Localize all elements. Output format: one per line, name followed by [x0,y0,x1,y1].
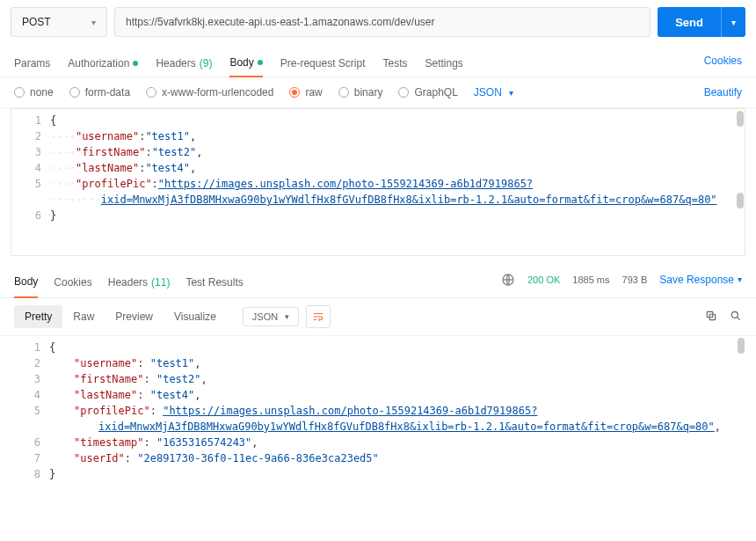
wrap-lines-button[interactable] [306,305,331,328]
cookies-link[interactable]: Cookies [704,55,742,74]
request-url-input[interactable]: https://5vafvrk8kj.execute-api.us-east-1… [114,7,651,37]
chevron-down-icon: ▾ [738,274,742,284]
copy-icon[interactable] [705,310,717,325]
globe-icon [501,273,515,287]
response-view-options: Pretty Raw Preview Visualize JSON▾ [0,298,756,336]
resp-tab-cookies[interactable]: Cookies [54,271,91,297]
dot-indicator-icon [133,61,138,66]
wrap-icon [312,311,324,323]
tab-headers[interactable]: Headers (9) [156,52,212,77]
view-pretty[interactable]: Pretty [14,305,62,328]
request-tabs: Params Authorization Headers (9) Body Pr… [0,44,756,77]
response-tabs: Body Cookies Headers (11) Test Results 2… [0,261,756,298]
tab-params[interactable]: Params [14,52,50,77]
response-time: 1885 ms [572,274,609,285]
response-format-select[interactable]: JSON▾ [243,307,299,326]
tab-prerequest[interactable]: Pre-request Script [280,52,366,77]
radio-urlencoded[interactable]: x-www-form-urlencoded [146,86,273,99]
radio-raw[interactable]: raw [289,86,322,99]
body-language-select[interactable]: JSON▾ [474,86,513,99]
save-response-button[interactable]: Save Response▾ [659,274,742,286]
view-preview[interactable]: Preview [105,305,164,328]
chevron-down-icon: ▾ [91,18,96,27]
send-button[interactable]: Send [658,7,721,37]
send-dropdown-button[interactable]: ▾ [721,7,745,37]
resp-tab-headers[interactable]: Headers (11) [108,271,171,297]
request-body-editor[interactable]: 1{ 2····"username":"test1", 3····"firstN… [11,108,745,256]
editor-scrollbar[interactable] [736,109,745,255]
tab-settings[interactable]: Settings [425,52,463,77]
search-icon[interactable] [730,310,742,325]
body-type-options: none form-data x-www-form-urlencoded raw… [0,77,756,108]
chevron-down-icon: ▾ [509,88,513,98]
beautify-button[interactable]: Beautify [704,86,742,99]
radio-graphql[interactable]: GraphQL [398,86,457,99]
radio-form-data[interactable]: form-data [69,86,130,99]
resp-tab-test-results[interactable]: Test Results [185,271,243,297]
svg-point-3 [731,311,738,318]
resp-tab-body[interactable]: Body [14,270,38,298]
response-body-editor[interactable]: 1{ 2"username": "test1", 3"firstName": "… [11,336,745,494]
radio-none[interactable]: none [14,86,54,99]
tab-body[interactable]: Body [229,51,262,77]
tab-authorization[interactable]: Authorization [68,52,138,77]
view-visualize[interactable]: Visualize [164,305,227,328]
response-scrollbar[interactable] [737,336,745,494]
chevron-down-icon: ▾ [285,312,289,321]
view-raw[interactable]: Raw [62,305,105,328]
response-size: 793 B [622,274,648,285]
chevron-down-icon: ▾ [731,18,736,27]
http-method-select[interactable]: POST ▾ [11,7,107,37]
status-code: 200 OK [527,274,560,285]
dot-indicator-icon [258,60,263,65]
http-method-value: POST [22,16,51,28]
radio-binary[interactable]: binary [338,86,383,99]
tab-tests[interactable]: Tests [382,52,407,77]
